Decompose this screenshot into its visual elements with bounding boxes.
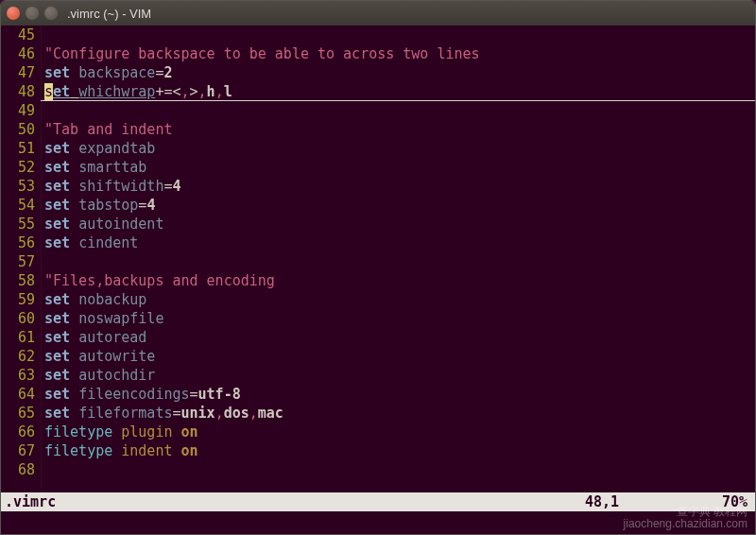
code-line[interactable] xyxy=(44,252,755,271)
token: , xyxy=(249,405,258,422)
token: dos xyxy=(224,405,249,422)
line-number: 55 xyxy=(1,215,35,233)
code-line[interactable]: set fileformats=unix,dos,mac xyxy=(44,404,755,423)
token: set xyxy=(44,178,70,195)
token: set xyxy=(44,64,70,81)
line-number: 61 xyxy=(1,328,35,347)
token: tabstop xyxy=(78,197,138,214)
token: on xyxy=(181,423,198,440)
close-icon[interactable] xyxy=(7,7,20,20)
editor-area[interactable]: 4546474849505152535455565758596061626364… xyxy=(1,26,755,492)
token: set xyxy=(44,291,70,308)
code-line[interactable]: set autoindent xyxy=(44,215,755,233)
token: "Configure backspace to be able to acros… xyxy=(44,45,480,62)
line-number: 48 xyxy=(1,82,35,101)
line-number: 65 xyxy=(1,404,35,423)
token: autoread xyxy=(78,329,146,346)
line-number: 68 xyxy=(1,460,35,479)
token: cindent xyxy=(78,234,138,251)
token xyxy=(70,348,78,365)
code-line[interactable]: set whichwrap+=<,>,h,l xyxy=(44,82,755,101)
token: 2 xyxy=(163,64,172,81)
token xyxy=(70,234,78,251)
maximize-icon[interactable] xyxy=(44,7,58,20)
token: set xyxy=(44,348,70,365)
token: on xyxy=(181,442,198,459)
token: set xyxy=(44,386,70,403)
minimize-icon[interactable] xyxy=(26,7,39,20)
token: = xyxy=(172,405,180,422)
token xyxy=(70,291,78,308)
status-filename: .vimrc xyxy=(1,492,585,511)
fold-column xyxy=(41,26,42,492)
code-line[interactable]: set smarttab xyxy=(44,158,755,177)
code-line[interactable]: set fileencodings=utf-8 xyxy=(44,385,755,404)
code-line[interactable]: set nobackup xyxy=(44,290,755,309)
token: autoindent xyxy=(78,216,163,233)
code-line[interactable]: set autowrite xyxy=(44,347,755,366)
token: set xyxy=(44,234,70,251)
line-number: 64 xyxy=(1,385,35,404)
code-line[interactable]: set noswapfile xyxy=(44,309,755,328)
token xyxy=(70,197,78,214)
code-line[interactable]: "Configure backspace to be able to acros… xyxy=(44,44,755,63)
code-line[interactable] xyxy=(44,460,755,479)
watermark-line2: jiaocheng.chazidian.com xyxy=(624,518,747,530)
code-line[interactable]: set tabstop=4 xyxy=(44,196,755,215)
line-number: 46 xyxy=(1,44,35,63)
code-line[interactable]: set expandtab xyxy=(44,139,755,158)
code-line[interactable] xyxy=(44,26,755,44)
line-number: 67 xyxy=(1,441,35,460)
code-line[interactable]: set backspace=2 xyxy=(44,63,755,82)
code-line[interactable]: filetype indent on xyxy=(44,441,755,460)
command-area[interactable]: 查字典 教程网 jiaocheng.chazidian.com xyxy=(1,511,755,534)
token xyxy=(70,310,78,327)
token xyxy=(70,216,78,233)
code-line[interactable]: set shiftwidth=4 xyxy=(44,177,755,196)
code-line[interactable]: filetype plugin on xyxy=(44,423,755,441)
token: 4 xyxy=(172,178,180,195)
token: filetype xyxy=(44,442,112,459)
line-number: 56 xyxy=(1,233,35,252)
token: indent xyxy=(121,442,172,459)
token: et xyxy=(53,83,70,100)
line-number-gutter: 4546474849505152535455565758596061626364… xyxy=(1,26,41,492)
token xyxy=(70,140,78,157)
code-line[interactable]: set autoread xyxy=(44,328,755,347)
token xyxy=(70,64,78,81)
token: set xyxy=(44,159,70,176)
token: set xyxy=(44,405,70,422)
vim-window: .vimrc (~) - VIM 45464748495051525354555… xyxy=(0,0,756,535)
token: fileencodings xyxy=(78,386,189,403)
code-line[interactable]: set cindent xyxy=(44,233,755,252)
code-line[interactable]: "Files,backups and encoding xyxy=(44,271,755,290)
token: > xyxy=(190,83,198,100)
token xyxy=(70,159,78,176)
token xyxy=(70,178,78,195)
code-line[interactable]: set autochdir xyxy=(44,366,755,385)
token: expandtab xyxy=(78,140,155,157)
line-number: 47 xyxy=(1,63,35,82)
code-line[interactable] xyxy=(44,101,755,120)
token: autochdir xyxy=(78,367,155,384)
code-area[interactable]: "Configure backspace to be able to acros… xyxy=(41,26,755,492)
token xyxy=(70,405,78,422)
token: smarttab xyxy=(78,159,146,176)
token: = xyxy=(190,386,198,403)
titlebar[interactable]: .vimrc (~) - VIM xyxy=(1,1,755,26)
token: h xyxy=(207,83,215,100)
line-number: 63 xyxy=(1,366,35,385)
token: set xyxy=(44,310,70,327)
token: whichwrap xyxy=(78,83,155,100)
code-line[interactable]: "Tab and indent xyxy=(44,120,755,139)
window-controls xyxy=(7,7,58,20)
token: backspace xyxy=(78,64,155,81)
line-number: 52 xyxy=(1,158,35,177)
line-number: 60 xyxy=(1,309,35,328)
line-number: 50 xyxy=(1,120,35,139)
watermark: 查字典 教程网 jiaocheng.chazidian.com xyxy=(624,506,747,530)
line-number: 58 xyxy=(1,271,35,290)
token xyxy=(70,329,78,346)
token: 4 xyxy=(146,197,155,214)
token xyxy=(70,386,78,403)
